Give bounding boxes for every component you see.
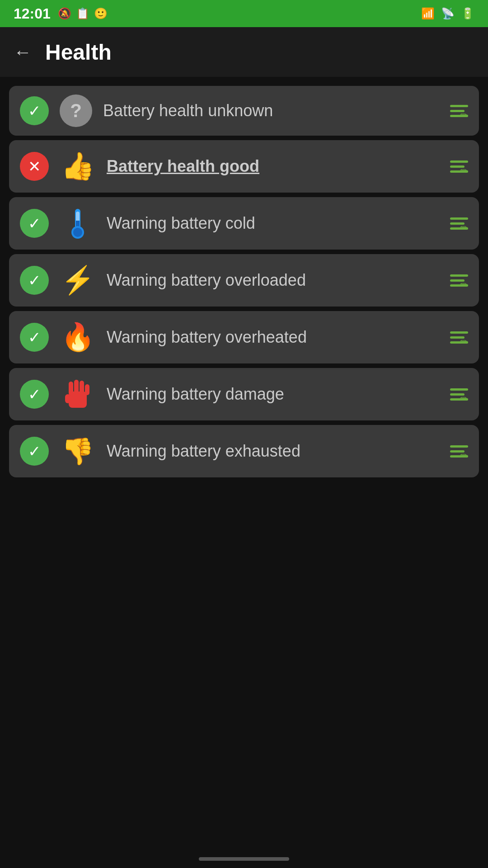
smiley-icon: 🙂 bbox=[94, 7, 108, 20]
status-time: 12:01 bbox=[14, 5, 51, 22]
list-item-warning-battery-cold[interactable]: ✓ Warning battery cold ✏ bbox=[9, 197, 479, 250]
item-label: Warning battery damage bbox=[107, 385, 432, 404]
page-title: Health bbox=[45, 40, 112, 65]
status-check-green: ✓ bbox=[20, 380, 49, 409]
back-button[interactable]: ← bbox=[14, 43, 32, 61]
thermometer-icon bbox=[60, 205, 96, 241]
status-check-green: ✓ bbox=[20, 437, 49, 466]
thumbsdown-icon: 👎 bbox=[60, 433, 96, 469]
signal-icon: 📡 bbox=[441, 7, 455, 20]
item-label: Battery health unknown bbox=[103, 101, 432, 120]
list-item-warning-battery-exhausted[interactable]: ✓ 👎 Warning battery exhausted ✏ bbox=[9, 425, 479, 477]
thumbsup-icon: 👍 bbox=[60, 148, 96, 184]
item-label: Battery health good bbox=[107, 157, 432, 176]
edit-icon[interactable]: ✏ bbox=[443, 382, 468, 407]
wifi-icon: 📶 bbox=[421, 7, 435, 20]
list-item-warning-battery-overheated[interactable]: ✓ 🔥 Warning battery overheated ✏ bbox=[9, 311, 479, 363]
clipboard-icon: 📋 bbox=[76, 7, 89, 20]
fire-icon: 🔥 bbox=[60, 319, 96, 355]
svg-rect-8 bbox=[74, 380, 79, 394]
bottom-bar bbox=[0, 850, 488, 868]
list-container: ✓ ? Battery health unknown ✏ ✕ 👍 Battery… bbox=[0, 77, 488, 486]
status-check-red: ✕ bbox=[20, 152, 49, 181]
edit-icon[interactable]: ✏ bbox=[443, 268, 468, 293]
status-bar: 12:01 🔕 📋 🙂 📶 📡 🔋 bbox=[0, 0, 488, 27]
mute-icon: 🔕 bbox=[58, 7, 71, 20]
list-item-battery-health-unknown[interactable]: ✓ ? Battery health unknown ✏ bbox=[9, 86, 479, 136]
edit-icon[interactable]: ✏ bbox=[443, 325, 468, 350]
edit-icon[interactable]: ✏ bbox=[443, 211, 468, 236]
status-check-green: ✓ bbox=[20, 323, 49, 352]
svg-rect-9 bbox=[80, 381, 84, 394]
svg-rect-7 bbox=[69, 382, 73, 395]
list-item-battery-health-good[interactable]: ✕ 👍 Battery health good ✏ bbox=[9, 140, 479, 193]
edit-icon[interactable]: ✏ bbox=[443, 98, 468, 123]
item-label: Warning battery cold bbox=[107, 214, 432, 233]
lightning-icon: ⚡ bbox=[60, 262, 96, 298]
status-bar-left: 12:01 🔕 📋 🙂 bbox=[14, 5, 108, 22]
status-check-green: ✓ bbox=[20, 266, 49, 295]
svg-point-4 bbox=[73, 228, 82, 237]
unknown-icon: ? bbox=[60, 94, 92, 127]
bottom-nav-pill bbox=[199, 857, 289, 861]
edit-icon[interactable]: ✏ bbox=[443, 439, 468, 464]
item-label: Warning battery exhausted bbox=[107, 442, 432, 461]
battery-icon: 🔋 bbox=[461, 7, 474, 20]
status-check-green: ✓ bbox=[20, 96, 49, 125]
list-item-warning-battery-overloaded[interactable]: ✓ ⚡ Warning battery overloaded ✏ bbox=[9, 254, 479, 307]
status-bar-right: 📶 📡 🔋 bbox=[421, 7, 474, 20]
header: ← Health bbox=[0, 27, 488, 77]
edit-icon[interactable]: ✏ bbox=[443, 154, 468, 179]
svg-rect-6 bbox=[65, 394, 70, 403]
list-item-warning-battery-damage[interactable]: ✓ Warning battery damage ✏ bbox=[9, 368, 479, 420]
svg-rect-10 bbox=[85, 384, 89, 395]
status-check-green: ✓ bbox=[20, 209, 49, 238]
status-icons: 🔕 📋 🙂 bbox=[58, 7, 108, 20]
hand-icon bbox=[60, 376, 96, 412]
item-label: Warning battery overheated bbox=[107, 328, 432, 347]
item-label: Warning battery overloaded bbox=[107, 271, 432, 290]
